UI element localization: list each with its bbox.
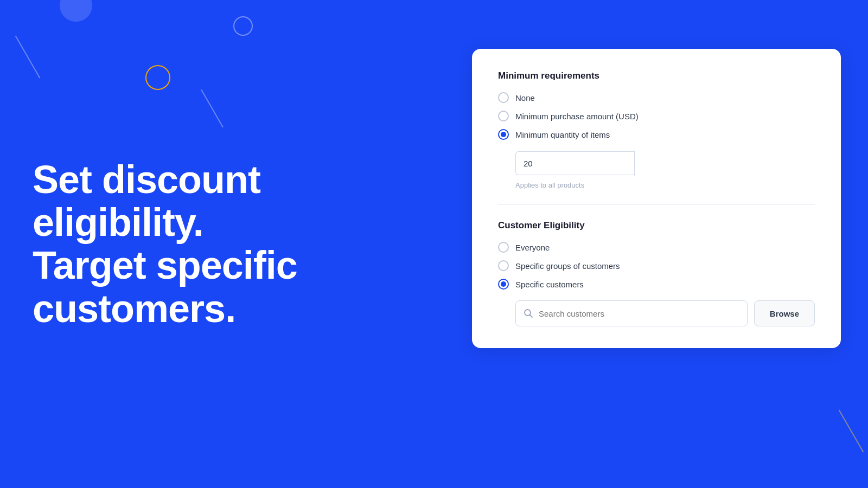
quantity-decrement-button[interactable]: ▼ bbox=[634, 163, 635, 175]
svg-line-1 bbox=[530, 315, 533, 318]
radio-specific-groups-label: Specific groups of customers bbox=[515, 261, 620, 271]
radio-none-label: None bbox=[515, 93, 535, 102]
bg-circle-3 bbox=[145, 65, 170, 90]
radio-min-purchase[interactable]: Minimum purchase amount (USD) bbox=[498, 111, 815, 121]
radio-specific-customers[interactable]: Specific customers bbox=[498, 279, 815, 290]
settings-card: Minimum requirements None Minimum purcha… bbox=[472, 49, 841, 348]
quantity-increment-button[interactable]: ▲ bbox=[634, 151, 635, 163]
hero-text: Set discount eligibility. Target specifi… bbox=[33, 158, 369, 330]
search-area: Browse bbox=[515, 300, 815, 326]
bg-line-3 bbox=[839, 410, 864, 453]
customer-eligibility-section: Customer Eligibility Everyone Specific g… bbox=[498, 220, 815, 326]
radio-specific-groups[interactable]: Specific groups of customers bbox=[498, 260, 815, 271]
browse-button[interactable]: Browse bbox=[754, 300, 815, 326]
hero-line4: customers. bbox=[33, 286, 235, 330]
radio-specific-groups-circle bbox=[498, 260, 509, 271]
hero-panel: Set discount eligibility. Target specifi… bbox=[33, 158, 369, 330]
radio-min-quantity-circle bbox=[498, 129, 509, 140]
radio-none-circle bbox=[498, 92, 509, 103]
radio-none[interactable]: None bbox=[498, 92, 815, 103]
radio-everyone-label: Everyone bbox=[515, 243, 550, 252]
quantity-input[interactable] bbox=[515, 151, 634, 175]
search-customers-input[interactable] bbox=[539, 309, 739, 318]
bg-circle-1 bbox=[60, 0, 92, 22]
bg-circle-2 bbox=[233, 16, 253, 36]
bg-line-2 bbox=[201, 89, 224, 127]
bg-line-1 bbox=[15, 36, 41, 79]
minimum-requirements-title: Minimum requirements bbox=[498, 70, 815, 81]
radio-specific-customers-label: Specific customers bbox=[515, 280, 584, 289]
section-divider bbox=[498, 204, 815, 205]
minimum-requirements-radio-group: None Minimum purchase amount (USD) Minim… bbox=[498, 92, 815, 140]
minimum-requirements-section: Minimum requirements None Minimum purcha… bbox=[498, 70, 815, 189]
radio-specific-customers-circle bbox=[498, 279, 509, 290]
search-input-wrapper bbox=[515, 300, 748, 326]
radio-everyone-circle bbox=[498, 242, 509, 253]
radio-everyone[interactable]: Everyone bbox=[498, 242, 815, 253]
search-icon bbox=[524, 309, 533, 318]
quantity-input-wrapper: ▲ ▼ bbox=[515, 151, 635, 176]
customer-eligibility-radio-group: Everyone Specific groups of customers Sp… bbox=[498, 242, 815, 290]
customer-eligibility-title: Customer Eligibility bbox=[498, 220, 815, 231]
applies-to-text: Applies to all products bbox=[515, 181, 815, 189]
hero-line3: Target specific bbox=[33, 243, 297, 287]
radio-min-purchase-circle bbox=[498, 111, 509, 121]
hero-line1: Set discount bbox=[33, 158, 260, 201]
radio-min-quantity-label: Minimum quantity of items bbox=[515, 130, 610, 139]
quantity-spinners: ▲ ▼ bbox=[634, 151, 635, 176]
radio-min-purchase-label: Minimum purchase amount (USD) bbox=[515, 112, 639, 121]
radio-min-quantity[interactable]: Minimum quantity of items bbox=[498, 129, 815, 140]
hero-line2: eligibility. bbox=[33, 201, 203, 244]
